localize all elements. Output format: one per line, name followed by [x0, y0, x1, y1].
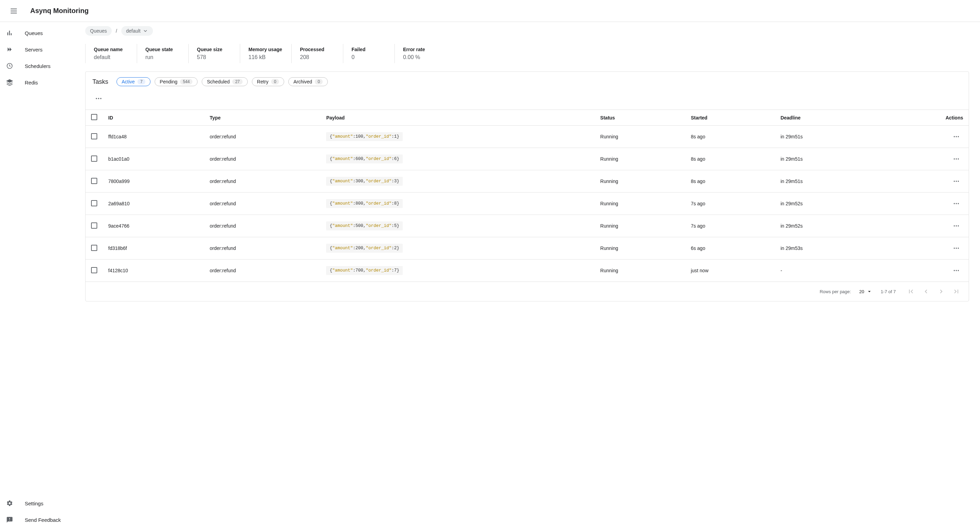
sidebar-item-redis[interactable]: Redis — [0, 74, 83, 90]
row-actions-button[interactable] — [950, 219, 963, 233]
row-actions-button[interactable] — [950, 174, 963, 188]
cell-started: 7s ago — [685, 215, 775, 237]
sidebar-item-servers[interactable]: Servers — [0, 41, 83, 58]
breadcrumb-root[interactable]: Queues — [85, 26, 112, 36]
chip-count-badge: 0 — [315, 79, 323, 84]
double-chevron-icon — [5, 45, 14, 54]
last-page-button[interactable] — [950, 285, 963, 298]
cell-started: 8s ago — [685, 126, 775, 148]
row-checkbox[interactable] — [91, 178, 97, 184]
svg-point-18 — [958, 181, 959, 182]
row-actions-button[interactable] — [950, 130, 963, 144]
svg-point-9 — [100, 98, 102, 99]
row-checkbox[interactable] — [91, 155, 97, 162]
next-page-button[interactable] — [934, 285, 948, 298]
more-horiz-icon — [953, 133, 960, 140]
table-row: 2a69a810 order:refund {"amount":800,"ord… — [86, 193, 969, 215]
more-horiz-icon — [953, 155, 960, 162]
row-actions-button[interactable] — [950, 152, 963, 166]
table-row: 9ace4766 order:refund {"amount":500,"ord… — [86, 215, 969, 237]
svg-point-12 — [958, 136, 959, 137]
prev-page-button[interactable] — [919, 285, 933, 298]
queue-stats-row: Queue name default Queue state run Queue… — [85, 44, 969, 63]
sidebar-item-queues[interactable]: Queues — [0, 25, 83, 41]
layers-icon — [5, 78, 14, 87]
breadcrumb-current-label: default — [126, 28, 140, 34]
chip-label: Retry — [257, 79, 268, 84]
bar-chart-icon — [5, 29, 14, 37]
row-actions-button[interactable] — [950, 241, 963, 255]
bulk-actions-button[interactable] — [92, 92, 105, 105]
table-row: b1ac01a0 order:refund {"amount":600,"ord… — [86, 148, 969, 170]
cell-id: 2a69a810 — [103, 193, 204, 215]
cell-status: Running — [595, 260, 686, 282]
table-row: 7800a999 order:refund {"amount":300,"ord… — [86, 170, 969, 193]
gear-icon — [5, 499, 14, 507]
sidebar-item-schedulers[interactable]: Schedulers — [0, 58, 83, 74]
breadcrumb-root-label: Queues — [90, 28, 107, 34]
table-row: fd318b6f order:refund {"amount":200,"ord… — [86, 237, 969, 260]
row-checkbox[interactable] — [91, 267, 97, 273]
stat-value: 0 — [352, 54, 386, 60]
column-header-status: Status — [595, 110, 686, 126]
task-state-chip-archived[interactable]: Archived 0 — [288, 77, 328, 86]
cell-payload: {"amount":800,"order_id":8} — [321, 193, 595, 215]
task-state-chip-retry[interactable]: Retry 0 — [252, 77, 284, 86]
cell-payload: {"amount":300,"order_id":3} — [321, 170, 595, 193]
select-all-checkbox[interactable] — [91, 114, 97, 120]
chip-count-badge: 7 — [137, 79, 145, 84]
cell-deadline: - — [775, 260, 879, 282]
rows-per-page-select[interactable]: 20 — [859, 289, 872, 295]
more-horiz-icon — [953, 178, 960, 185]
row-checkbox[interactable] — [91, 245, 97, 251]
row-checkbox[interactable] — [91, 222, 97, 228]
cell-id: 7800a999 — [103, 170, 204, 193]
task-state-chip-active[interactable]: Active 7 — [116, 77, 151, 86]
table-row: f4128c10 order:refund {"amount":700,"ord… — [86, 260, 969, 282]
chip-count-badge: 27 — [232, 79, 242, 84]
svg-point-20 — [956, 203, 957, 204]
stat-label: Error rate — [403, 47, 438, 52]
task-state-chip-scheduled[interactable]: Scheduled 27 — [202, 77, 248, 86]
row-checkbox[interactable] — [91, 200, 97, 206]
hamburger-icon — [10, 7, 18, 15]
stat-label: Queue state — [145, 47, 180, 52]
cell-deadline: in 29m51s — [775, 148, 879, 170]
stat-label: Memory usage — [248, 47, 283, 52]
cell-status: Running — [595, 170, 686, 193]
cell-deadline: in 29m53s — [775, 237, 879, 260]
cell-status: Running — [595, 215, 686, 237]
chip-label: Scheduled — [207, 79, 229, 84]
sidebar-item-feedback[interactable]: Send Feedback — [0, 512, 83, 528]
svg-point-29 — [956, 270, 957, 271]
payload-code: {"amount":500,"order_id":5} — [326, 222, 403, 230]
tasks-table: ID Type Payload Status Started Deadline … — [86, 109, 969, 282]
sidebar-item-settings[interactable]: Settings — [0, 495, 83, 512]
feedback-icon — [5, 515, 14, 524]
breadcrumb-current[interactable]: default — [121, 26, 153, 36]
cell-status: Running — [595, 237, 686, 260]
sidebar-item-label: Schedulers — [25, 63, 51, 69]
svg-point-30 — [958, 270, 959, 271]
row-checkbox[interactable] — [91, 133, 97, 140]
cell-status: Running — [595, 126, 686, 148]
cell-type: order:refund — [204, 237, 321, 260]
svg-point-19 — [954, 203, 955, 204]
sidebar-item-label: Settings — [25, 501, 43, 506]
stat-value: 116 kB — [248, 54, 283, 60]
cell-id: f4128c10 — [103, 260, 204, 282]
payload-code: {"amount":800,"order_id":8} — [326, 199, 403, 208]
cell-started: 7s ago — [685, 193, 775, 215]
first-page-button[interactable] — [904, 285, 918, 298]
menu-toggle-button[interactable] — [5, 3, 22, 19]
column-header-payload: Payload — [321, 110, 595, 126]
stat-cell: Queue state run — [137, 44, 188, 63]
pagination-range: 1-7 of 7 — [881, 289, 896, 294]
row-actions-button[interactable] — [950, 264, 963, 277]
first-page-icon — [907, 288, 915, 295]
row-actions-button[interactable] — [950, 197, 963, 211]
task-state-chip-pending[interactable]: Pending 544 — [154, 77, 197, 86]
sidebar-item-label: Send Feedback — [25, 517, 61, 523]
more-horiz-icon — [95, 95, 102, 102]
payload-code: {"amount":700,"order_id":7} — [326, 266, 403, 275]
